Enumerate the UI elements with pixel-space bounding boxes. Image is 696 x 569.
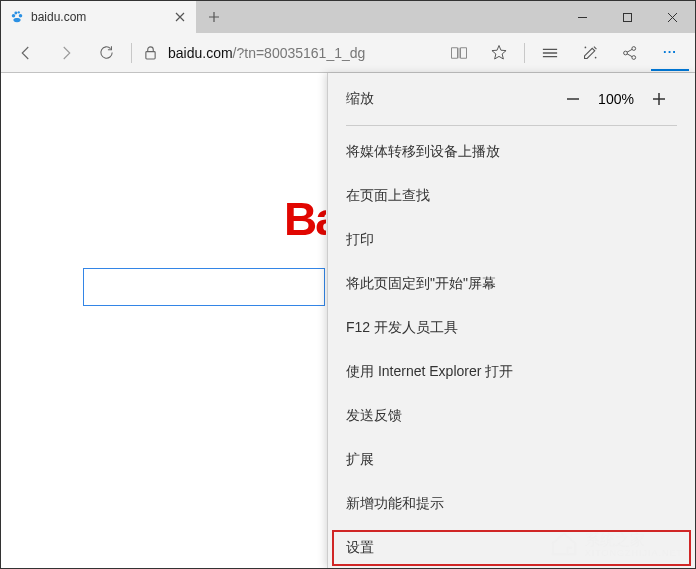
refresh-button[interactable] [87,35,125,71]
settings-menu: 缩放 100% 将媒体转移到设备上播放在页面上查找打印将此页固定到"开始"屏幕F… [327,73,695,568]
svg-point-1 [19,14,23,18]
menu-item[interactable]: 打印 [328,218,695,262]
close-window-button[interactable] [650,1,695,33]
zoom-in-button[interactable] [641,81,677,117]
svg-rect-4 [624,13,632,21]
notes-button[interactable] [571,35,609,71]
forward-button[interactable] [47,35,85,71]
menu-item[interactable]: 将媒体转移到设备上播放 [328,130,695,174]
tab-bar: baidu.com [1,1,695,33]
zoom-row: 缩放 100% [328,73,695,125]
toolbar-separator [131,43,132,63]
toolbar: baidu.com/?tn=80035161_1_dg ··· [1,33,695,73]
svg-point-3 [18,11,20,13]
window-controls [560,1,695,33]
tab-title: baidu.com [31,10,166,24]
url-text: baidu.com/?tn=80035161_1_dg [168,45,365,61]
site-info-icon[interactable] [144,45,160,60]
back-button[interactable] [7,35,45,71]
toolbar-separator [524,43,525,63]
favorite-button[interactable] [480,35,518,71]
svg-point-10 [632,55,636,59]
svg-point-9 [632,46,636,50]
search-input[interactable] [83,268,325,306]
new-tab-button[interactable] [196,1,232,33]
menu-item[interactable]: 新增功能和提示 [328,482,695,526]
menu-item[interactable]: 扩展 [328,438,695,482]
reading-view-button[interactable] [440,35,478,71]
menu-divider [346,125,677,126]
zoom-out-button[interactable] [555,81,591,117]
share-button[interactable] [611,35,649,71]
menu-item[interactable]: 设置 [328,526,695,568]
menu-item[interactable]: 发送反馈 [328,394,695,438]
svg-point-2 [14,11,17,14]
tab-close-icon[interactable] [172,9,188,25]
more-icon: ··· [663,44,677,59]
address-bar[interactable]: baidu.com/?tn=80035161_1_dg [138,35,438,71]
menu-item[interactable]: 使用 Internet Explorer 打开 [328,350,695,394]
svg-point-7 [584,47,586,49]
zoom-label: 缩放 [346,90,555,108]
menu-item[interactable]: 将此页固定到"开始"屏幕 [328,262,695,306]
svg-point-0 [12,14,16,18]
hub-button[interactable] [531,35,569,71]
baidu-favicon-icon [9,9,25,25]
minimize-button[interactable] [560,1,605,33]
svg-point-8 [624,51,628,55]
menu-item[interactable]: F12 开发人员工具 [328,306,695,350]
baidu-logo-fragment: Ba [284,196,326,248]
more-button[interactable]: ··· [651,35,689,71]
browser-tab[interactable]: baidu.com [1,1,196,33]
menu-item[interactable]: 在页面上查找 [328,174,695,218]
maximize-button[interactable] [605,1,650,33]
zoom-value: 100% [591,91,641,107]
svg-rect-5 [146,52,155,59]
svg-point-6 [594,57,596,59]
